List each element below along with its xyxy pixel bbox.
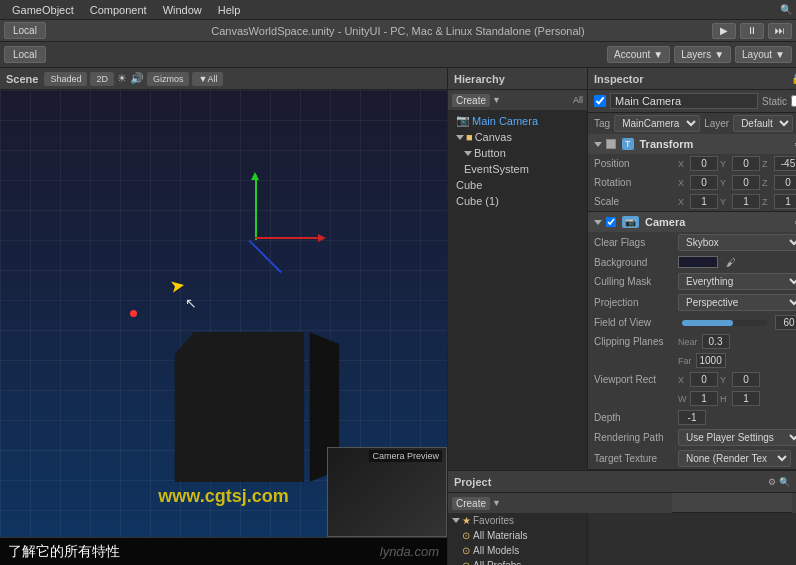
camera-preview: Camera Preview (327, 447, 447, 537)
rotation-row: Rotation X 0 Y 0 Z 0 (588, 173, 796, 192)
pos-x-val[interactable]: 0 (690, 156, 718, 171)
scene-shaded-btn[interactable]: Shaded (44, 72, 87, 86)
local-button[interactable]: Local (4, 22, 46, 39)
static-checkbox[interactable] (791, 95, 796, 107)
search-icon[interactable]: 🔍 (780, 4, 792, 15)
scale-y-label: Y (720, 197, 730, 207)
depth-label: Depth (594, 412, 674, 423)
layout-dropdown[interactable]: Layout▼ (735, 46, 792, 63)
button-expand-icon (464, 151, 472, 156)
scale-y-val[interactable]: 1 (732, 194, 760, 209)
fov-label: Field of View (594, 317, 674, 328)
layers-dropdown[interactable]: Layers▼ (674, 46, 731, 63)
tag-dropdown[interactable]: MainCamera (614, 115, 700, 132)
depth-value[interactable]: -1 (678, 410, 706, 425)
fov-row: Field of View 60 (588, 313, 796, 332)
scene-viewport[interactable]: ➤ ↖ www.cgtsj.com Persp Camera Preview (0, 90, 447, 537)
vp-w-val[interactable]: 1 (690, 391, 718, 406)
scene-gizmos-btn[interactable]: Gizmos (147, 72, 190, 86)
play-button[interactable]: ▶ (712, 23, 736, 39)
models-icon: ⊙ (462, 545, 470, 556)
step-button[interactable]: ⏭ (768, 23, 792, 39)
culling-mask-label: Culling Mask (594, 276, 674, 287)
fov-value[interactable]: 60 (775, 315, 796, 330)
vp-x-val[interactable]: 0 (690, 372, 718, 387)
menu-bar: GameObject Component Window Help 🔍 (0, 0, 796, 20)
project-create-btn[interactable]: Create (452, 497, 490, 510)
top-right-panels: Hierarchy Create ▼ All 📷 Main Camera ■ (448, 68, 796, 470)
camera-active-checkbox[interactable] (606, 217, 616, 227)
go-active-checkbox[interactable] (594, 95, 606, 107)
project-tree: ★ Favorites ⊙ All Materials ⊙ All Models… (448, 513, 588, 565)
materials-icon: ⊙ (462, 530, 470, 541)
pos-z-val[interactable]: -45 (774, 156, 796, 171)
project-search-input[interactable] (672, 493, 792, 513)
near-value[interactable]: 0.3 (702, 334, 730, 349)
camera-header[interactable]: 📷 Camera ⚙ (588, 212, 796, 232)
hierarchy-item-cube[interactable]: Cube (448, 177, 587, 193)
far-label: Far (678, 356, 692, 366)
rot-y-val[interactable]: 0 (732, 175, 760, 190)
menu-window[interactable]: Window (155, 4, 210, 16)
camera-title: Camera (645, 216, 685, 228)
favorites-label: Favorites (473, 515, 514, 526)
far-value[interactable]: 1000 (696, 353, 726, 368)
canvas-expand-icon (456, 135, 464, 140)
layer-dropdown[interactable]: Default (733, 115, 793, 132)
hierarchy-all-label: All (573, 95, 583, 105)
scale-xyz: X 1 Y 1 Z 1 (678, 194, 796, 209)
background-picker-icon[interactable]: 🖌 (726, 257, 736, 268)
fov-slider[interactable] (682, 320, 767, 326)
transform-expand-icon (594, 142, 602, 147)
vp-y-val[interactable]: 0 (732, 372, 760, 387)
hierarchy-item-cube1[interactable]: Cube (1) (448, 193, 587, 209)
rot-z-val[interactable]: 0 (774, 175, 796, 190)
project-all-models[interactable]: ⊙ All Models (448, 543, 587, 558)
pause-button[interactable]: ⏸ (740, 23, 764, 39)
scene-audio-icon[interactable]: 🔊 (130, 72, 144, 85)
rot-x-val[interactable]: 0 (690, 175, 718, 190)
inspector-content: Static Tag MainCamera Layer Default (588, 90, 796, 470)
inspector-lock-icon[interactable]: 🔒 (791, 73, 796, 84)
viewport-label: Viewport Rect (594, 374, 674, 385)
hierarchy-item-eventsystem[interactable]: EventSystem (448, 161, 587, 177)
menu-help[interactable]: Help (210, 4, 249, 16)
scale-z-label: Z (762, 197, 772, 207)
projection-dropdown[interactable]: Perspective (678, 294, 796, 311)
account-dropdown[interactable]: Account▼ (607, 46, 670, 63)
title-bar: Local CanvasWorldSpace.unity - UnityUI -… (0, 20, 796, 42)
render-path-dropdown[interactable]: Use Player Settings (678, 429, 796, 446)
scene-all-btn[interactable]: ▼All (192, 72, 223, 86)
watermark-text: lynda.com (380, 544, 439, 559)
hierarchy-item-button[interactable]: Button (448, 145, 587, 161)
local-toggle[interactable]: Local (4, 46, 46, 63)
pos-x-label: X (678, 159, 688, 169)
menu-component[interactable]: Component (82, 4, 155, 16)
project-icons: ⚙ 🔍 (768, 477, 790, 487)
go-name-input[interactable] (610, 93, 758, 109)
clear-flags-dropdown[interactable]: Skybox (678, 234, 796, 251)
scale-x-label: X (678, 197, 688, 207)
hierarchy-create-btn[interactable]: Create (452, 94, 490, 107)
menu-gameobject[interactable]: GameObject (4, 4, 82, 16)
background-swatch[interactable] (678, 256, 718, 268)
scene-light-icon[interactable]: ☀ (117, 72, 127, 85)
transform-header[interactable]: T Transform ⚙ (588, 134, 796, 154)
background-row: Background 🖌 (588, 253, 796, 271)
pos-y-val[interactable]: 0 (732, 156, 760, 171)
hierarchy-item-main-camera[interactable]: 📷 Main Camera (448, 112, 587, 129)
scale-x-val[interactable]: 1 (690, 194, 718, 209)
project-create-arrow: ▼ (492, 498, 501, 508)
project-all-prefabs[interactable]: ⊙ All Prefabs (448, 558, 587, 565)
hierarchy-item-canvas[interactable]: ■ Canvas (448, 129, 587, 145)
rot-z-label: Z (762, 178, 772, 188)
scale-row: Scale X 1 Y 1 Z 1 (588, 192, 796, 211)
scene-2d-btn[interactable]: 2D (90, 72, 114, 86)
scale-z-val[interactable]: 1 (774, 194, 796, 209)
target-texture-dropdown[interactable]: None (Render Tex (678, 450, 791, 467)
vp-h-val[interactable]: 1 (732, 391, 760, 406)
transform-icon: T (622, 138, 634, 150)
background-label: Background (594, 257, 674, 268)
culling-mask-dropdown[interactable]: Everything (678, 273, 796, 290)
project-all-materials[interactable]: ⊙ All Materials (448, 528, 587, 543)
